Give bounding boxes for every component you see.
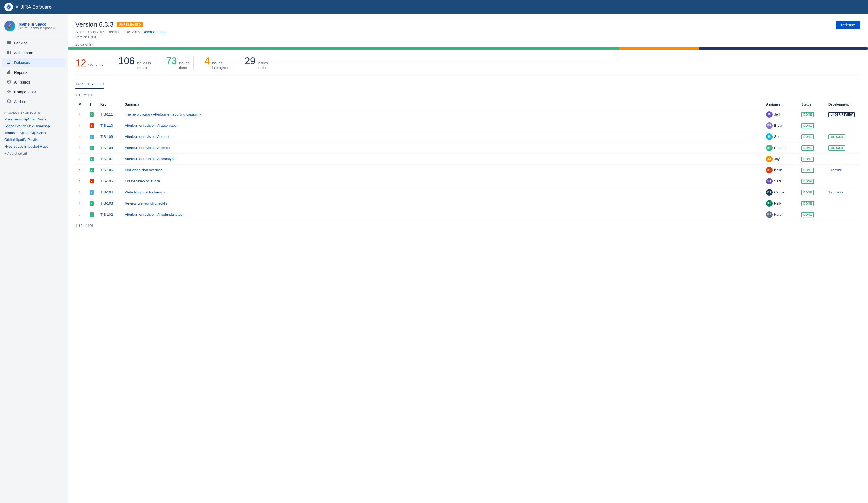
assignee-name: Brandon [774,146,787,150]
svg-rect-7 [10,51,11,54]
avatar: KE [766,200,773,207]
warnings-number: 12 [75,58,86,68]
issues-label: Issues inversion [137,61,151,70]
app-logo[interactable]: ✕ ✕ JIRA Software [4,3,52,11]
col-header-dev: Development [825,100,860,109]
summary-cell[interactable]: Add video chat interface [122,164,763,176]
assignee-name: Jay [774,157,779,161]
svg-rect-6 [8,51,10,54]
issue-key-link[interactable]: TIS-105 [100,179,113,183]
avatar: BR [766,145,773,151]
svg-rect-5 [7,51,8,54]
assignee-name: Sherri [774,135,784,138]
key-cell[interactable]: TIS-104 [97,187,122,198]
issue-summary-link[interactable]: Afterburner revision VI redundant test [125,213,183,216]
shortcut-hyperspeed[interactable]: Hyperspeed Bitbucket Repo [0,143,68,150]
col-header-p: P [75,100,86,109]
summary-cell[interactable]: Afterburner revision VI redundant test [122,209,763,220]
sidebar-item-reports[interactable]: Reports [2,68,65,77]
issue-summary-link[interactable]: Afterburner revision VI script [125,135,169,138]
status-badge: DONE [801,145,814,151]
status-badge: DONE [801,156,814,162]
project-avatar: 🚀 [4,21,15,31]
issue-summary-link[interactable]: Afterburner revision VI prototype [125,157,176,161]
key-cell[interactable]: TIS-109 [97,131,122,142]
issue-summary-link[interactable]: Write blog post for launch [125,190,165,194]
issue-key-link[interactable]: TIS-104 [100,190,113,194]
releases-label: Releases [14,61,30,65]
summary-cell[interactable]: Afterburner revision VI script [122,131,763,142]
issue-key-link[interactable]: TIS-110 [100,123,113,127]
status-cell: DONE [798,109,825,120]
issue-key-link[interactable]: TIS-108 [100,146,113,150]
issue-key-link[interactable]: TIS-103 [100,201,113,205]
avatar: JE [766,111,773,118]
svg-rect-12 [8,71,9,73]
issue-summary-link[interactable]: Create video of launch [125,179,160,183]
progress-bar [68,48,868,50]
assignee-name: Jeff [774,112,780,116]
summary-cell[interactable]: Create video of launch [122,176,763,187]
summary-cell[interactable]: Afterburner revision VI automation [122,120,763,131]
issue-summary-link[interactable]: Afterburner revision VI automation [125,123,178,127]
issue-summary-link[interactable]: Review pre-launch checklist [125,201,168,205]
table-row: ↑ ✓ TIS-111 The revolutionary Afterburne… [75,109,860,120]
project-name[interactable]: Teams in Space [18,22,63,26]
sidebar-item-backlog[interactable]: Backlog [2,38,65,48]
type-cell: ✓ [86,142,97,153]
priority-cell: ↑ [75,198,86,209]
key-cell[interactable]: TIS-105 [97,176,122,187]
key-cell[interactable]: TIS-108 [97,142,122,153]
issues-tab[interactable]: Issues in version [75,81,860,89]
table-row: ↓ ✓ TIS-107 Afterburner revision VI prot… [75,153,860,164]
issue-summary-link[interactable]: Add video chat interface [125,168,163,172]
shortcut-space-station[interactable]: Space Station Dev Roadmap [0,123,68,130]
project-type[interactable]: Scrum: Teams in Space ▾ [18,26,63,30]
todo-number: 29 [245,56,256,66]
issue-key-link[interactable]: TIS-107 [100,157,113,161]
status-cell: DONE [798,198,825,209]
sidebar-item-releases[interactable]: Releases [2,58,65,67]
add-shortcut[interactable]: + Add shortcut [0,150,68,157]
assignee-cell: KE Kellie [763,164,798,176]
project-shortcuts-title: PROJECT SHORTCUTS [0,106,68,116]
issues-table: P T Key Summary Assignee Status Developm… [75,100,860,220]
type-cell: ✓ [86,164,97,176]
key-cell[interactable]: TIS-111 [97,109,122,120]
summary-cell[interactable]: Afterburner revision VI demo [122,142,763,153]
key-cell[interactable]: TIS-107 [97,153,122,164]
summary-cell[interactable]: Review pre-launch checklist [122,198,763,209]
summary-cell[interactable]: Write blog post for launch [122,187,763,198]
release-notes-link[interactable]: Release notes [143,30,165,34]
key-cell[interactable]: TIS-110 [97,120,122,131]
shortcut-mars-team[interactable]: Mars Team HipChat Room [0,116,68,123]
issue-key-link[interactable]: TIS-109 [100,135,113,138]
issue-key-link[interactable]: TIS-102 [100,213,113,216]
summary-cell[interactable]: Afterburner revision VI prototype [122,153,763,164]
table-row: ↑ ✓ TIS-108 Afterburner revision VI demo… [75,142,860,153]
release-button[interactable]: Release [836,21,860,29]
dev-cell [825,198,860,209]
issue-summary-link[interactable]: The revolutionary Afterburner reporting … [125,112,201,116]
type-cell: ✓ [86,109,97,120]
dev-cell [825,153,860,164]
issue-key-link[interactable]: TIS-106 [100,168,113,172]
top-nav: ✕ ✕ JIRA Software [0,0,868,14]
issue-key-link[interactable]: TIS-111 [100,112,113,116]
shortcut-teams-org[interactable]: Teams in Space Org Chart [0,130,68,136]
shortcut-orbital[interactable]: Orbital Spotify Playlist [0,136,68,143]
sidebar-item-components[interactable]: Components [2,87,65,96]
table-row: ↑ ✓ TIS-106 Add video chat interface KE … [75,164,860,176]
key-cell[interactable]: TIS-106 [97,164,122,176]
key-cell[interactable]: TIS-102 [97,209,122,220]
sidebar-item-agile-board[interactable]: Agile board [2,48,65,58]
summary-cell[interactable]: The revolutionary Afterburner reporting … [122,109,763,120]
svg-rect-4 [7,43,11,44]
sidebar-item-add-ons[interactable]: Add-ons [2,97,65,106]
components-icon [7,89,11,94]
key-cell[interactable]: TIS-103 [97,198,122,209]
issue-summary-link[interactable]: Afterburner revision VI demo [125,146,169,150]
reports-icon [7,70,11,75]
app-name: ✕ JIRA Software [15,4,52,10]
sidebar-item-all-issues[interactable]: All issues [2,77,65,87]
